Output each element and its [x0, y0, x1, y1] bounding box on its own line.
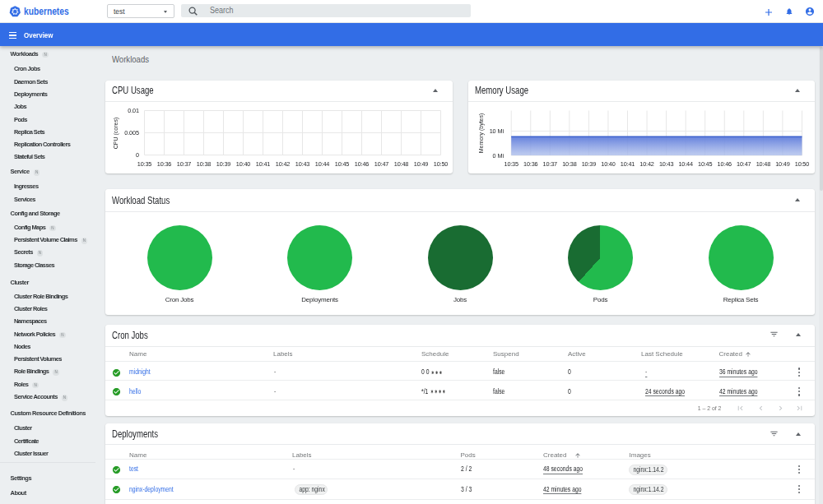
- svg-text:10:36: 10:36: [157, 160, 171, 168]
- svg-text:0: 0: [136, 151, 139, 159]
- svg-text:10:39: 10:39: [216, 160, 230, 168]
- svg-text:10:37: 10:37: [177, 160, 191, 168]
- svg-text:10:48: 10:48: [394, 160, 408, 168]
- svg-text:10:45: 10:45: [335, 160, 349, 168]
- svg-text:10:35: 10:35: [504, 160, 518, 168]
- svg-text:10:36: 10:36: [523, 160, 537, 168]
- svg-text:10:47: 10:47: [374, 160, 388, 168]
- svg-text:10 Mi: 10 Mi: [489, 127, 504, 135]
- svg-text:CPU (cores): CPU (cores): [113, 118, 119, 150]
- svg-text:10:50: 10:50: [794, 160, 808, 168]
- svg-text:10:42: 10:42: [276, 160, 290, 168]
- svg-text:10:49: 10:49: [775, 160, 789, 168]
- svg-text:10:42: 10:42: [639, 160, 653, 168]
- svg-text:10:44: 10:44: [678, 160, 692, 168]
- svg-text:10:48: 10:48: [756, 160, 770, 168]
- svg-text:10:44: 10:44: [315, 160, 329, 168]
- svg-text:10:41: 10:41: [256, 160, 270, 168]
- svg-text:10:47: 10:47: [737, 160, 751, 168]
- svg-text:10:40: 10:40: [601, 160, 615, 168]
- svg-text:10:50: 10:50: [434, 160, 448, 168]
- svg-text:0.005: 0.005: [124, 129, 139, 136]
- svg-text:10:39: 10:39: [581, 160, 595, 168]
- svg-text:10:40: 10:40: [236, 160, 250, 168]
- svg-text:0.01: 0.01: [128, 107, 139, 114]
- svg-text:10:49: 10:49: [414, 160, 428, 168]
- svg-text:10:46: 10:46: [355, 160, 369, 168]
- svg-text:10:38: 10:38: [562, 160, 576, 168]
- svg-text:Memory (bytes): Memory (bytes): [477, 113, 484, 154]
- svg-text:10:41: 10:41: [620, 160, 634, 168]
- svg-text:10:38: 10:38: [197, 160, 211, 168]
- svg-text:10:43: 10:43: [658, 160, 672, 168]
- svg-text:10:37: 10:37: [542, 160, 556, 168]
- svg-text:10:46: 10:46: [717, 160, 731, 168]
- svg-text:10:43: 10:43: [295, 160, 309, 168]
- svg-text:10:45: 10:45: [698, 160, 712, 168]
- svg-text:0 Mi: 0 Mi: [492, 152, 504, 160]
- svg-text:10:35: 10:35: [137, 160, 151, 168]
